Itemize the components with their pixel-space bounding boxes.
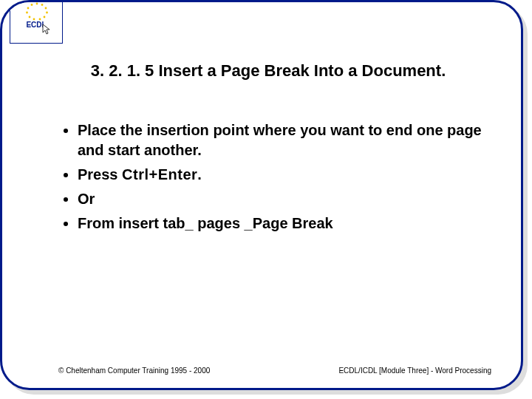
ecdl-logo: ECDL: [10, 0, 63, 44]
svg-point-2: [45, 7, 47, 10]
bullet-item: From insert tab_ pages _Page Break: [78, 214, 491, 233]
svg-point-9: [27, 7, 30, 10]
ecdl-logo-text: ECDL: [12, 21, 61, 29]
svg-point-6: [33, 18, 35, 21]
svg-point-7: [29, 16, 31, 18]
svg-point-0: [36, 3, 38, 5]
cursor-icon: [42, 24, 51, 35]
bullet-item: Or: [78, 189, 491, 209]
bullet-list: Place the insertion point where you want…: [60, 120, 491, 238]
bullet-suffix: .: [197, 166, 202, 183]
svg-point-5: [39, 18, 41, 21]
svg-point-4: [44, 16, 46, 18]
slide-frame: ECDL 3. 2. 1. 5 Insert a Page Break Into…: [0, 0, 523, 390]
bullet-text: Or: [78, 191, 95, 207]
footer-module: ECDL/ICDL [Module Three] - Word Processi…: [338, 366, 491, 375]
bullet-item: Place the insertion point where you want…: [78, 120, 491, 160]
svg-point-10: [31, 4, 33, 6]
svg-point-1: [41, 4, 44, 6]
keyboard-shortcut: Ctrl+Enter: [122, 166, 197, 183]
svg-point-8: [26, 12, 28, 14]
slide-title: 3. 2. 1. 5 Insert a Page Break Into a Do…: [47, 61, 490, 81]
bullet-text: Press: [78, 166, 122, 183]
bullet-item: Press Ctrl+Enter.: [78, 165, 491, 185]
svg-point-3: [46, 12, 48, 14]
bullet-text: From insert tab_ pages _Page Break: [78, 215, 333, 231]
eu-stars-icon: [12, 1, 62, 21]
footer-copyright: © Cheltenham Computer Training 1995 - 20…: [58, 366, 210, 375]
bullet-text: Place the insertion point where you want…: [78, 122, 482, 158]
